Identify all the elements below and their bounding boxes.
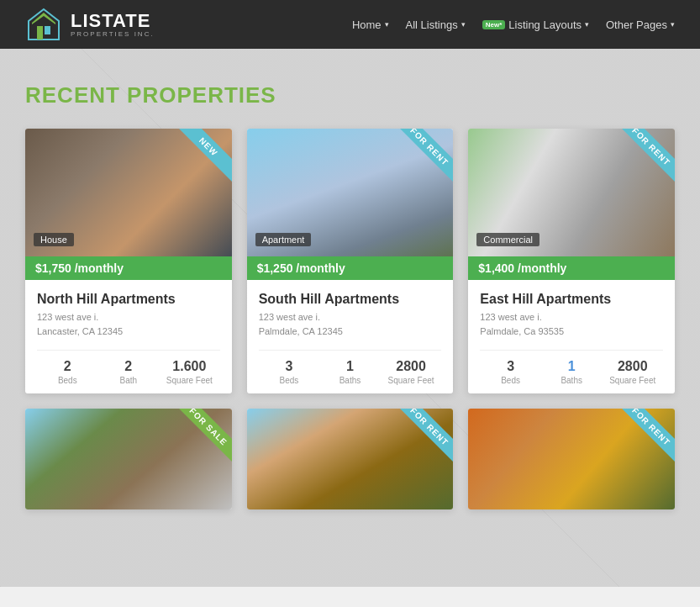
area-label: Square Feet	[602, 376, 663, 385]
section-title: RECENT PROPERTIES	[25, 82, 675, 108]
property-type-badge: Commercial	[476, 233, 539, 246]
chevron-down-icon: ▾	[671, 20, 675, 29]
card-body: East Hill Apartments 123 west ave i. Pal…	[468, 280, 675, 393]
card-image-wrap: FOR RENT Commercial $1,400 /monthly	[468, 129, 675, 280]
beds-label: Beds	[37, 376, 98, 385]
card-image-wrap: FOR RENT Apartment $1,250 /monthly	[247, 129, 454, 280]
baths-label: Bath	[98, 376, 160, 385]
property-title: East Hill Apartments	[480, 292, 663, 307]
navbar: LISTATE PROPERTIES INC. Home ▾ All Listi…	[0, 0, 700, 49]
property-type-badge: Apartment	[255, 233, 312, 246]
logo-icon	[25, 6, 62, 43]
logo-text: LISTATE PROPERTIES INC.	[71, 11, 155, 39]
nav-item-home[interactable]: Home ▾	[352, 18, 389, 31]
svg-rect-3	[45, 26, 50, 34]
nav-home-label: Home	[352, 18, 382, 31]
address-line2: Palmdale, Ca 93535	[480, 326, 564, 336]
nav-listings-label: All Listings	[406, 18, 458, 31]
property-address: 123 west ave i. Palmdale, CA 12345	[259, 310, 442, 338]
price-badge: $1,750 /monthly	[25, 256, 232, 280]
price-badge: $1,250 /monthly	[247, 256, 454, 280]
card-body: South Hill Apartments 123 west ave i. Pa…	[247, 280, 454, 393]
beds-label: Beds	[480, 376, 541, 385]
logo-subtitle: PROPERTIES INC.	[71, 31, 155, 39]
new-badge: New*	[482, 20, 506, 29]
nav-other-label: Other Pages	[606, 18, 667, 31]
nav-item-layouts[interactable]: New* Listing Layouts ▾	[482, 18, 589, 31]
chevron-down-icon: ▾	[585, 20, 589, 29]
chevron-down-icon: ▾	[461, 20, 466, 29]
area-value: 2800	[381, 359, 442, 374]
area-value: 1.600	[159, 359, 220, 374]
area-value: 2800	[602, 359, 663, 374]
stat-area: 1.600 Square Feet	[159, 359, 220, 385]
card-stats: 3 Beds 1 Baths 2800 Square Feet	[259, 350, 442, 385]
stat-beds: 2 Beds	[37, 359, 98, 385]
svg-rect-2	[37, 26, 43, 40]
card-stats: 3 Beds 1 Baths 2800 Square Feet	[480, 350, 663, 385]
card-body: North Hill Apartments 123 west ave i. La…	[25, 280, 232, 393]
stat-area: 2800 Square Feet	[602, 359, 663, 385]
beds-value: 3	[480, 359, 541, 374]
nav-links: Home ▾ All Listings ▾ New* Listing Layou…	[352, 18, 675, 31]
logo-area: LISTATE PROPERTIES INC.	[25, 6, 155, 43]
property-card: NEW House $1,750 /monthly North Hill Apa…	[25, 129, 232, 393]
address-line1: 123 west ave i.	[37, 312, 98, 322]
baths-label: Baths	[541, 376, 603, 385]
hero-background: RECENT PROPERTIES NEW House $1,750 /mont…	[0, 49, 700, 587]
area-label: Square Feet	[159, 376, 220, 385]
baths-value: 1	[319, 359, 381, 374]
partial-card: FOR RENT	[468, 409, 675, 509]
baths-value: 2	[98, 359, 160, 374]
property-title: North Hill Apartments	[37, 292, 220, 307]
property-title: South Hill Apartments	[259, 292, 442, 307]
price-badge: $1,400 /monthly	[468, 256, 675, 280]
address-line2: Palmdale, CA 12345	[259, 326, 343, 336]
stat-baths: 1 Baths	[319, 359, 381, 385]
area-label: Square Feet	[381, 376, 442, 385]
card-image-wrap: NEW House $1,750 /monthly	[25, 129, 232, 280]
stat-baths: 1 Baths	[541, 359, 603, 385]
property-address: 123 west ave i. Lancaster, CA 12345	[37, 310, 220, 338]
nav-item-listings[interactable]: All Listings ▾	[406, 18, 466, 31]
address-line1: 123 west ave i.	[480, 312, 541, 322]
logo-title: LISTATE	[71, 11, 155, 31]
nav-item-other[interactable]: Other Pages ▾	[606, 18, 675, 31]
stat-beds: 3 Beds	[480, 359, 541, 385]
beds-label: Beds	[259, 376, 320, 385]
bottom-row: FOR SALE FOR RENT FOR RENT	[25, 409, 675, 509]
address-line2: Lancaster, CA 12345	[37, 326, 123, 336]
beds-value: 2	[37, 359, 98, 374]
nav-layouts-label: Listing Layouts	[508, 18, 582, 31]
card-stats: 2 Beds 2 Bath 1.600 Square Feet	[37, 350, 220, 385]
partial-card: FOR RENT	[247, 409, 454, 509]
address-line1: 123 west ave i.	[259, 312, 320, 322]
stat-baths: 2 Bath	[98, 359, 160, 385]
property-grid: NEW House $1,750 /monthly North Hill Apa…	[25, 129, 675, 393]
baths-label: Baths	[319, 376, 381, 385]
beds-value: 3	[259, 359, 320, 374]
stat-beds: 3 Beds	[259, 359, 320, 385]
property-card: FOR RENT Apartment $1,250 /monthly South…	[247, 129, 454, 393]
baths-value: 1	[541, 359, 603, 374]
partial-card: FOR SALE	[25, 409, 232, 509]
stat-area: 2800 Square Feet	[381, 359, 442, 385]
property-type-badge: House	[34, 233, 74, 246]
property-card: FOR RENT Commercial $1,400 /monthly East…	[468, 129, 675, 393]
chevron-down-icon: ▾	[385, 20, 389, 29]
property-address: 123 west ave i. Palmdale, Ca 93535	[480, 310, 663, 338]
